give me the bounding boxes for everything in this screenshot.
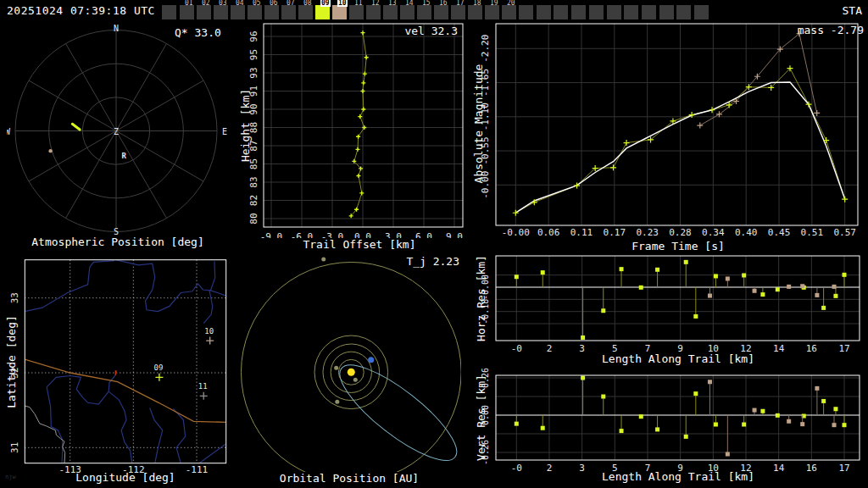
frame-square[interactable] bbox=[248, 5, 262, 19]
residual-marker bbox=[742, 273, 746, 277]
horz-res-plot: -0235791012141617-0.00-0.18 bbox=[475, 250, 868, 356]
residual-marker bbox=[726, 452, 730, 457]
frame-square[interactable] bbox=[332, 5, 347, 19]
frame-square-label: 05 bbox=[253, 0, 261, 7]
svg-text:-0: -0 bbox=[511, 463, 522, 474]
frame-square[interactable] bbox=[468, 5, 482, 19]
svg-text:0.06: 0.06 bbox=[537, 227, 560, 238]
svg-text:93: 93 bbox=[248, 67, 259, 78]
q-value-label: Q* 33.0 bbox=[175, 26, 221, 39]
residual-marker bbox=[832, 423, 837, 427]
planet-dot bbox=[334, 366, 338, 370]
frame-square[interactable] bbox=[383, 5, 398, 19]
frame-square[interactable] bbox=[642, 5, 656, 19]
residual-marker bbox=[601, 395, 605, 399]
frame-square-label: 08 bbox=[303, 0, 312, 7]
meteoroid-orbit bbox=[328, 351, 461, 472]
mode-label-sta[interactable]: STA bbox=[843, 4, 862, 17]
zenith-label: Z bbox=[114, 127, 119, 136]
frame-square[interactable] bbox=[676, 5, 691, 19]
svg-text:0.40: 0.40 bbox=[735, 227, 758, 238]
watermark-text: njw bbox=[5, 474, 16, 480]
frame-square[interactable] bbox=[434, 5, 448, 19]
frame-square[interactable] bbox=[264, 5, 279, 19]
frame-square-label: 06 bbox=[270, 0, 278, 7]
frame-square-label: 11 bbox=[354, 0, 363, 7]
frame-square-label: 12 bbox=[371, 0, 380, 7]
frame-square-label: 01 bbox=[185, 0, 193, 7]
residual-marker bbox=[581, 376, 585, 380]
residual-marker bbox=[776, 287, 780, 291]
frame-square[interactable] bbox=[589, 5, 604, 19]
residual-marker bbox=[693, 314, 698, 319]
planet-dot bbox=[321, 258, 326, 262]
residual-marker bbox=[787, 419, 791, 424]
frame-square[interactable] bbox=[281, 5, 296, 19]
frame-square[interactable] bbox=[400, 5, 415, 19]
residual-marker bbox=[684, 435, 688, 439]
residual-marker bbox=[639, 286, 643, 290]
frame-square[interactable] bbox=[607, 5, 621, 19]
frame-square[interactable] bbox=[180, 5, 194, 19]
frame-square[interactable] bbox=[366, 5, 381, 19]
svg-text:31: 31 bbox=[9, 442, 20, 453]
radiant-label: R bbox=[121, 152, 126, 160]
frame-square[interactable] bbox=[315, 5, 330, 19]
residual-marker bbox=[655, 427, 659, 431]
svg-text:17: 17 bbox=[838, 343, 849, 354]
svg-text:0.34: 0.34 bbox=[702, 227, 725, 238]
residual-marker bbox=[714, 422, 718, 426]
svg-text:3: 3 bbox=[579, 343, 585, 354]
svg-text:80: 80 bbox=[248, 213, 259, 224]
frame-square[interactable] bbox=[162, 5, 176, 19]
svg-text:-6.0: -6.0 bbox=[291, 231, 314, 238]
residual-marker bbox=[581, 336, 585, 340]
orbital-position-plot bbox=[237, 250, 461, 472]
sun-dot bbox=[348, 369, 355, 376]
frame-square[interactable] bbox=[298, 5, 313, 19]
frame-square-label: 03 bbox=[219, 0, 227, 7]
svg-text:0.51: 0.51 bbox=[801, 227, 824, 238]
frame-square[interactable] bbox=[694, 5, 709, 19]
residual-marker bbox=[776, 413, 780, 418]
frame-square[interactable] bbox=[502, 5, 516, 19]
svg-text:83: 83 bbox=[248, 176, 259, 187]
meteor-trail-mark bbox=[72, 124, 80, 130]
frame-square[interactable] bbox=[349, 5, 364, 19]
residual-marker bbox=[639, 414, 643, 419]
residual-marker bbox=[655, 268, 659, 272]
frame-square-label: 17 bbox=[456, 0, 465, 7]
frame-square[interactable] bbox=[197, 5, 211, 19]
frame-square[interactable] bbox=[451, 5, 465, 19]
svg-text:3.0: 3.0 bbox=[385, 231, 402, 238]
residual-marker bbox=[787, 285, 791, 289]
svg-text:3: 3 bbox=[579, 463, 585, 474]
frame-square[interactable] bbox=[231, 5, 245, 19]
map-station-label: 10 bbox=[204, 327, 214, 336]
frame-square[interactable] bbox=[554, 5, 568, 19]
residual-marker bbox=[708, 380, 712, 384]
svg-text:0.57: 0.57 bbox=[833, 227, 856, 238]
svg-text:2: 2 bbox=[547, 343, 553, 354]
residual-marker bbox=[833, 407, 837, 411]
frame-square[interactable] bbox=[537, 5, 551, 19]
svg-text:-3.0: -3.0 bbox=[321, 231, 344, 238]
svg-text:0.0: 0.0 bbox=[354, 231, 371, 238]
residual-marker bbox=[843, 423, 847, 427]
frame-square[interactable] bbox=[519, 5, 533, 19]
ground-track-map: 091011-113-112-111333231 bbox=[7, 250, 237, 479]
frame-square-label: 16 bbox=[439, 0, 448, 7]
frame-square[interactable] bbox=[571, 5, 586, 19]
map-station-label: 09 bbox=[154, 363, 164, 372]
frame-square[interactable] bbox=[624, 5, 638, 19]
earth-dot bbox=[368, 357, 374, 363]
residual-marker bbox=[753, 408, 757, 413]
frame-square[interactable] bbox=[485, 5, 499, 19]
svg-text:17: 17 bbox=[838, 463, 849, 474]
residual-marker bbox=[843, 273, 847, 277]
frame-square[interactable] bbox=[214, 5, 228, 19]
frame-square[interactable] bbox=[417, 5, 431, 19]
svg-text:33: 33 bbox=[9, 292, 20, 303]
frame-square-label: 14 bbox=[405, 0, 414, 7]
frame-square[interactable] bbox=[659, 5, 674, 19]
